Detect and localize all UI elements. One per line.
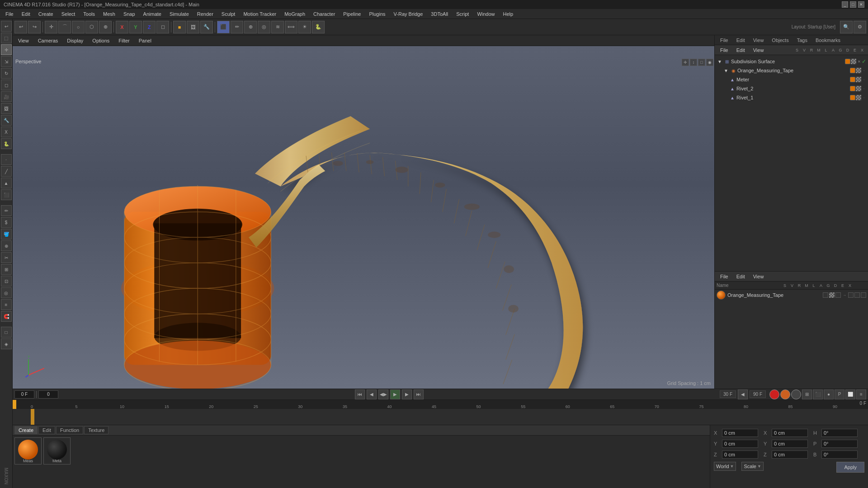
- menu-sculpt[interactable]: Sculpt: [218, 10, 239, 18]
- viewport-expand-icon[interactable]: ✛: [682, 59, 689, 66]
- smooth-button[interactable]: ≋: [271, 21, 284, 33]
- align-tool[interactable]: ≡: [1, 299, 12, 310]
- menu-plugins[interactable]: Plugins: [365, 10, 389, 18]
- extra-btn-5[interactable]: ⬜: [845, 389, 855, 399]
- python-button[interactable]: 🐍: [312, 21, 325, 33]
- prev-play-button[interactable]: ◀▶: [378, 389, 388, 399]
- tree-row-rivet1[interactable]: ▲ Rivet_1 ·: [715, 93, 868, 102]
- menu-simulate[interactable]: Simulate: [166, 10, 193, 18]
- move-tool[interactable]: ✛: [1, 44, 12, 55]
- sculpt-tool[interactable]: ⊕: [1, 240, 12, 251]
- menu-vray[interactable]: V-Ray Bridge: [390, 10, 427, 18]
- coord-b-input[interactable]: [821, 450, 858, 459]
- mat-menu-view[interactable]: View: [750, 273, 767, 280]
- new-object-button[interactable]: ✛: [45, 21, 57, 33]
- viewport-menu-cameras[interactable]: Cameras: [35, 37, 61, 44]
- frame-counter[interactable]: [38, 390, 58, 399]
- knife-tool[interactable]: ✂: [1, 252, 12, 263]
- menu-script[interactable]: Script: [453, 10, 472, 18]
- viewport-canvas[interactable]: Perspective Grid Spacing : 1 cm X Y Z: [13, 46, 714, 389]
- magnet-tool[interactable]: 🧲: [1, 311, 12, 322]
- minimize-button[interactable]: _: [842, 1, 848, 8]
- attr-tab-create[interactable]: Create: [14, 426, 38, 434]
- record-pos-button[interactable]: [780, 389, 790, 399]
- tree-row-subdivision[interactable]: ▼ ⊞ Subdivision Surface ✕ ✓: [715, 57, 868, 66]
- object-mode[interactable]: ◻: [1, 80, 12, 90]
- om-menu-view[interactable]: View: [750, 47, 767, 54]
- rotate-tool[interactable]: ↻: [1, 68, 12, 79]
- redo-button[interactable]: ↪: [28, 21, 41, 33]
- tree-row-measuring-tape[interactable]: ▼ ◉ Orange_Measuring_Tape ·: [715, 66, 868, 75]
- record-auto-button[interactable]: [791, 389, 801, 399]
- menu-snap[interactable]: Snap: [120, 10, 139, 18]
- material-preview-meas[interactable]: Meas: [14, 437, 42, 465]
- rpanel-tab-objects[interactable]: Objects: [768, 37, 792, 44]
- viewport-menu-view[interactable]: View: [15, 37, 32, 44]
- menu-motion-tracker[interactable]: Motion Tracker: [240, 10, 280, 18]
- axis-x-button[interactable]: X: [116, 21, 128, 33]
- render-button[interactable]: ■: [173, 21, 186, 33]
- menu-pipeline[interactable]: Pipeline: [340, 10, 364, 18]
- coord-sz-input[interactable]: [772, 450, 808, 459]
- menu-character[interactable]: Character: [310, 10, 339, 18]
- current-frame-input[interactable]: [14, 390, 34, 399]
- play-button[interactable]: ▶: [390, 389, 400, 399]
- pen-tool[interactable]: ✏: [1, 205, 12, 216]
- edge-mode[interactable]: ╱: [1, 166, 12, 177]
- viewport[interactable]: View Cameras Display Options Filter Pane…: [13, 35, 714, 389]
- menu-tools[interactable]: Tools: [80, 10, 99, 18]
- spline-button[interactable]: ⌒: [58, 21, 71, 33]
- deformer-button[interactable]: ⬡: [85, 21, 98, 33]
- paint-tool[interactable]: 🪣: [1, 229, 12, 239]
- menu-create[interactable]: Create: [35, 10, 57, 18]
- timeline-track[interactable]: [13, 409, 868, 425]
- om-menu-edit[interactable]: Edit: [734, 47, 748, 54]
- generator-button[interactable]: ○: [72, 21, 85, 33]
- live-selection-tool[interactable]: ⬚: [1, 33, 12, 43]
- extra-btn-6[interactable]: ≡: [856, 389, 866, 399]
- undo-button[interactable]: ↩: [14, 21, 27, 33]
- axis-z-button[interactable]: Z: [143, 21, 156, 33]
- coord-p-input[interactable]: [821, 440, 858, 448]
- menu-render[interactable]: Render: [193, 10, 217, 18]
- object-mode-2[interactable]: ⬛: [1, 189, 12, 200]
- menu-window[interactable]: Window: [473, 10, 498, 18]
- local-world-button[interactable]: ◻: [156, 21, 169, 33]
- py-tool[interactable]: 🐍: [1, 138, 12, 149]
- attr-tab-function[interactable]: Function: [56, 426, 83, 434]
- extra-btn-1[interactable]: ⊞: [802, 389, 812, 399]
- world-dropdown[interactable]: World ▼: [714, 462, 736, 471]
- menu-mesh[interactable]: Mesh: [99, 10, 119, 18]
- rpanel-tab-bookmarks[interactable]: Bookmarks: [812, 37, 844, 44]
- undo-tool[interactable]: ↩: [1, 21, 12, 32]
- sculpt-mode-button[interactable]: ⊕: [244, 21, 257, 33]
- record-button[interactable]: [769, 389, 779, 399]
- extra-btn-4[interactable]: P: [835, 389, 844, 399]
- fps-prev[interactable]: ◀: [738, 389, 748, 399]
- render-all-button[interactable]: 🖼: [187, 21, 199, 33]
- material-row-orange[interactable]: Orange_Measuring_Tape →: [715, 290, 868, 300]
- bevel-tool[interactable]: ⊡: [1, 276, 12, 286]
- axis-y-button[interactable]: Y: [129, 21, 142, 33]
- menu-3dtoall[interactable]: 3DToAll: [427, 10, 452, 18]
- coord-h-input[interactable]: [821, 429, 858, 437]
- viewport-menu-options[interactable]: Options: [90, 37, 112, 44]
- mat-menu-file[interactable]: File: [717, 273, 731, 280]
- apply-button[interactable]: Apply: [836, 462, 864, 473]
- viewport-settings-icon[interactable]: ◉: [706, 59, 713, 66]
- extra-btn-3[interactable]: ●: [824, 389, 834, 399]
- attr-tab-edit[interactable]: Edit: [38, 426, 55, 434]
- texture-tool[interactable]: □: [1, 327, 12, 338]
- sym-button[interactable]: ⟺: [285, 21, 297, 33]
- scale-tool[interactable]: ⇲: [1, 56, 12, 67]
- search-button[interactable]: 🔍: [840, 21, 853, 33]
- xref-tool[interactable]: X: [1, 127, 12, 137]
- tree-row-rivet2[interactable]: ▲ Rivet_2 ·: [715, 84, 868, 93]
- next-frame-button[interactable]: ▶: [402, 389, 412, 399]
- extrude-tool[interactable]: ⊞: [1, 264, 12, 275]
- coord-y-input[interactable]: [722, 440, 758, 448]
- rpanel-tab-file[interactable]: File: [717, 37, 732, 44]
- menu-help[interactable]: Help: [500, 10, 517, 18]
- coord-sx-input[interactable]: [772, 429, 808, 437]
- point-mode[interactable]: ·: [1, 154, 12, 165]
